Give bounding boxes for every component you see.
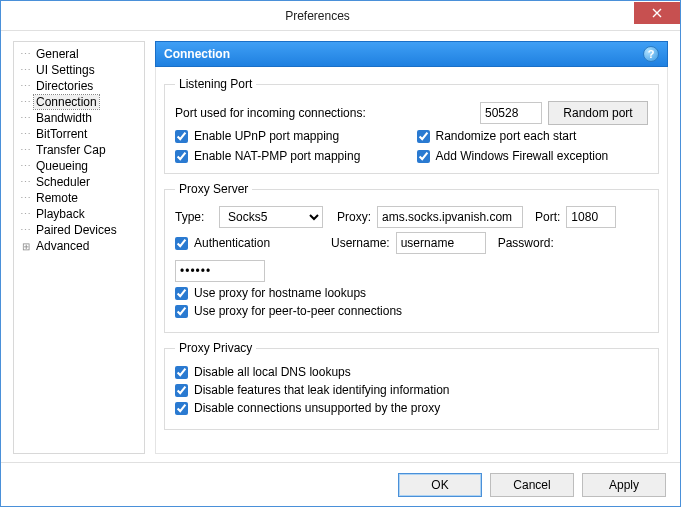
- category-tree[interactable]: ⋯General⋯UI Settings⋯Directories⋯Connect…: [13, 41, 145, 454]
- randomize-checkbox-input[interactable]: [417, 130, 430, 143]
- tree-line-icon: ⋯: [20, 176, 32, 188]
- upnp-checkbox[interactable]: Enable UPnP port mapping: [175, 129, 407, 143]
- sidebar-item-ui-settings[interactable]: ⋯UI Settings: [16, 62, 142, 78]
- sidebar-item-bandwidth[interactable]: ⋯Bandwidth: [16, 110, 142, 126]
- leak-checkbox[interactable]: Disable features that leak identifying i…: [175, 383, 449, 397]
- sidebar-item-connection[interactable]: ⋯Connection: [16, 94, 142, 110]
- firewall-label: Add Windows Firewall exception: [436, 149, 609, 163]
- sidebar-item-paired-devices[interactable]: ⋯Paired Devices: [16, 222, 142, 238]
- proxy-port-input[interactable]: [566, 206, 616, 228]
- leak-label: Disable features that leak identifying i…: [194, 383, 449, 397]
- dns-label: Disable all local DNS lookups: [194, 365, 351, 379]
- p2p-label: Use proxy for peer-to-peer connections: [194, 304, 402, 318]
- sidebar-item-transfer-cap[interactable]: ⋯Transfer Cap: [16, 142, 142, 158]
- proxy-port-label: Port:: [535, 210, 560, 224]
- listening-port-legend: Listening Port: [175, 77, 256, 91]
- firewall-checkbox-input[interactable]: [417, 150, 430, 163]
- sidebar-item-label: General: [34, 47, 81, 61]
- apply-button[interactable]: Apply: [582, 473, 666, 497]
- port-input[interactable]: [480, 102, 542, 124]
- proxy-server-group: Proxy Server Type: (none)Socks4Socks5HTT…: [164, 182, 659, 333]
- sidebar-item-directories[interactable]: ⋯Directories: [16, 78, 142, 94]
- tree-line-icon: ⋯: [20, 112, 32, 124]
- randomize-label: Randomize port each start: [436, 129, 577, 143]
- username-label: Username:: [331, 236, 390, 250]
- main-panel: Connection ? Listening Port Port used fo…: [155, 41, 668, 454]
- sidebar-item-playback[interactable]: ⋯Playback: [16, 206, 142, 222]
- titlebar: Preferences: [1, 1, 680, 31]
- natpmp-checkbox-input[interactable]: [175, 150, 188, 163]
- auth-label: Authentication: [194, 236, 270, 250]
- help-icon[interactable]: ?: [643, 46, 659, 62]
- sidebar-item-label: Remote: [34, 191, 80, 205]
- sidebar-item-bittorrent[interactable]: ⋯BitTorrent: [16, 126, 142, 142]
- tree-line-icon: ⋯: [20, 80, 32, 92]
- tree-line-icon: ⋯: [20, 64, 32, 76]
- proxy-privacy-group: Proxy Privacy Disable all local DNS look…: [164, 341, 659, 430]
- hostname-checkbox[interactable]: Use proxy for hostname lookups: [175, 286, 366, 300]
- proxy-host-input[interactable]: [377, 206, 523, 228]
- p2p-checkbox[interactable]: Use proxy for peer-to-peer connections: [175, 304, 402, 318]
- proxy-privacy-legend: Proxy Privacy: [175, 341, 256, 355]
- dns-checkbox-input[interactable]: [175, 366, 188, 379]
- sidebar-item-queueing[interactable]: ⋯Queueing: [16, 158, 142, 174]
- port-label: Port used for incoming connections:: [175, 106, 474, 120]
- close-icon: [652, 8, 662, 18]
- sidebar-item-label: Directories: [34, 79, 95, 93]
- expand-icon[interactable]: ⊞: [20, 240, 32, 252]
- tree-line-icon: ⋯: [20, 96, 32, 108]
- proxy-server-legend: Proxy Server: [175, 182, 252, 196]
- natpmp-checkbox[interactable]: Enable NAT-PMP port mapping: [175, 149, 407, 163]
- dialog-footer: OK Cancel Apply: [1, 462, 680, 506]
- username-input[interactable]: [396, 232, 486, 254]
- tree-line-icon: ⋯: [20, 160, 32, 172]
- upnp-label: Enable UPnP port mapping: [194, 129, 339, 143]
- tree-line-icon: ⋯: [20, 208, 32, 220]
- close-button[interactable]: [634, 2, 680, 24]
- upnp-checkbox-input[interactable]: [175, 130, 188, 143]
- unsupported-label: Disable connections unsupported by the p…: [194, 401, 440, 415]
- random-port-button[interactable]: Random port: [548, 101, 648, 125]
- password-input[interactable]: [175, 260, 265, 282]
- proxy-type-label: Type:: [175, 210, 213, 224]
- hostname-checkbox-input[interactable]: [175, 287, 188, 300]
- sidebar-item-advanced[interactable]: ⊞Advanced: [16, 238, 142, 254]
- sidebar-item-label: Queueing: [34, 159, 90, 173]
- sidebar-item-label: Connection: [34, 95, 99, 109]
- preferences-window: Preferences ⋯General⋯UI Settings⋯Directo…: [0, 0, 681, 507]
- cancel-button[interactable]: Cancel: [490, 473, 574, 497]
- tree-line-icon: ⋯: [20, 224, 32, 236]
- tree-line-icon: ⋯: [20, 48, 32, 60]
- auth-checkbox[interactable]: Authentication: [175, 236, 325, 250]
- sidebar-item-label: Paired Devices: [34, 223, 119, 237]
- sidebar-item-label: Playback: [34, 207, 87, 221]
- proxy-type-select[interactable]: (none)Socks4Socks5HTTPSHTTP: [219, 206, 323, 228]
- sidebar-item-label: Bandwidth: [34, 111, 94, 125]
- sidebar-item-label: BitTorrent: [34, 127, 89, 141]
- sidebar-item-label: Advanced: [34, 239, 91, 253]
- p2p-checkbox-input[interactable]: [175, 305, 188, 318]
- unsupported-checkbox[interactable]: Disable connections unsupported by the p…: [175, 401, 440, 415]
- proxy-host-label: Proxy:: [337, 210, 371, 224]
- ok-button[interactable]: OK: [398, 473, 482, 497]
- auth-checkbox-input[interactable]: [175, 237, 188, 250]
- tree-line-icon: ⋯: [20, 144, 32, 156]
- sidebar-item-general[interactable]: ⋯General: [16, 46, 142, 62]
- panel-header: Connection ?: [155, 41, 668, 67]
- randomize-checkbox[interactable]: Randomize port each start: [417, 129, 649, 143]
- sidebar-item-remote[interactable]: ⋯Remote: [16, 190, 142, 206]
- unsupported-checkbox-input[interactable]: [175, 402, 188, 415]
- panel-title: Connection: [164, 47, 643, 61]
- listening-port-group: Listening Port Port used for incoming co…: [164, 77, 659, 174]
- natpmp-label: Enable NAT-PMP port mapping: [194, 149, 360, 163]
- firewall-checkbox[interactable]: Add Windows Firewall exception: [417, 149, 649, 163]
- panel-body: Listening Port Port used for incoming co…: [155, 67, 668, 454]
- leak-checkbox-input[interactable]: [175, 384, 188, 397]
- sidebar-item-scheduler[interactable]: ⋯Scheduler: [16, 174, 142, 190]
- password-label: Password:: [498, 236, 554, 250]
- content-area: ⋯General⋯UI Settings⋯Directories⋯Connect…: [1, 31, 680, 462]
- dns-checkbox[interactable]: Disable all local DNS lookups: [175, 365, 351, 379]
- sidebar-item-label: Scheduler: [34, 175, 92, 189]
- tree-line-icon: ⋯: [20, 192, 32, 204]
- window-title: Preferences: [1, 9, 634, 23]
